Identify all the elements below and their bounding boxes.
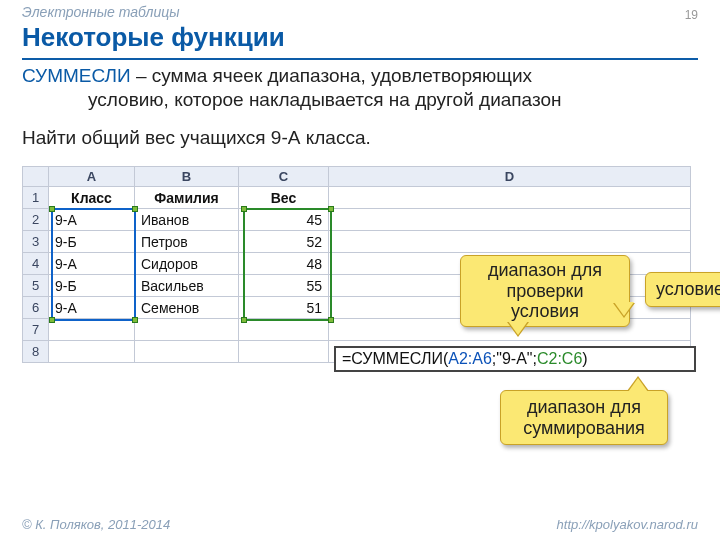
formula-range2: C2:C6 bbox=[537, 350, 582, 368]
row-header[interactable]: 2 bbox=[23, 209, 49, 231]
callout-line: проверки bbox=[506, 281, 583, 301]
callout-line: условие bbox=[656, 279, 720, 299]
data-cell[interactable]: 52 bbox=[239, 231, 329, 253]
data-cell[interactable]: 9-Б bbox=[49, 275, 135, 297]
task-text: Найти общий вес учащихся 9-А класса. bbox=[22, 126, 698, 150]
col-header-b[interactable]: B bbox=[135, 167, 239, 187]
formula-sep: "; bbox=[527, 350, 537, 368]
footer-copyright: © К. Поляков, 2011-2014 bbox=[22, 517, 170, 532]
data-cell[interactable]: Сидоров bbox=[135, 253, 239, 275]
col-header-d[interactable]: D bbox=[329, 167, 691, 187]
row-header[interactable]: 3 bbox=[23, 231, 49, 253]
row-header[interactable]: 1 bbox=[23, 187, 49, 209]
formula-cell[interactable]: =СУММЕСЛИ(A2:A6;"9-А";C2:C6) bbox=[334, 346, 696, 372]
callout-line: условия bbox=[511, 301, 579, 321]
header-cell-weight[interactable]: Вес bbox=[239, 187, 329, 209]
corner-cell[interactable] bbox=[23, 167, 49, 187]
empty-cell[interactable] bbox=[239, 319, 329, 341]
callout-line: диапазон для bbox=[527, 397, 641, 417]
empty-cell[interactable] bbox=[49, 319, 135, 341]
formula-sep: ;" bbox=[492, 350, 502, 368]
data-cell[interactable]: Семенов bbox=[135, 297, 239, 319]
page-number: 19 bbox=[685, 8, 698, 22]
col-header-a[interactable]: A bbox=[49, 167, 135, 187]
row-header[interactable]: 4 bbox=[23, 253, 49, 275]
callout-line: суммирования bbox=[523, 418, 645, 438]
formula-close: ) bbox=[582, 350, 587, 368]
data-cell[interactable]: 48 bbox=[239, 253, 329, 275]
data-cell[interactable]: 9-А bbox=[49, 209, 135, 231]
function-name: СУММЕСЛИ bbox=[22, 65, 131, 86]
row-header[interactable]: 7 bbox=[23, 319, 49, 341]
data-cell[interactable]: Иванов bbox=[135, 209, 239, 231]
empty-cell[interactable] bbox=[49, 341, 135, 363]
data-cell[interactable]: Петров bbox=[135, 231, 239, 253]
callout-range-sum: диапазон для суммирования bbox=[500, 390, 668, 445]
section-label: Электронные таблицы bbox=[22, 4, 179, 20]
callout-tail bbox=[614, 302, 634, 316]
callout-tail bbox=[508, 321, 528, 335]
header-cell-class[interactable]: Класс bbox=[49, 187, 135, 209]
row-header[interactable]: 8 bbox=[23, 341, 49, 363]
data-cell[interactable]: 9-А bbox=[49, 253, 135, 275]
formula-fn: СУММЕСЛИ( bbox=[351, 350, 448, 368]
page-title: Некоторые функции bbox=[22, 22, 285, 53]
callout-tail bbox=[628, 378, 648, 392]
definition-text: СУММЕСЛИ – сумма ячеек диапазона, удовле… bbox=[22, 64, 698, 112]
data-cell[interactable]: 45 bbox=[239, 209, 329, 231]
callout-line: диапазон для bbox=[488, 260, 602, 280]
empty-cell[interactable] bbox=[329, 209, 691, 231]
callout-criteria: условие bbox=[645, 272, 720, 307]
callout-range-check: диапазон для проверки условия bbox=[460, 255, 630, 327]
definition-line1: – сумма ячеек диапазона, удовлетворяющих bbox=[131, 65, 532, 86]
data-cell[interactable]: 9-Б bbox=[49, 231, 135, 253]
definition-line2: условию, которое накладывается на другой… bbox=[88, 88, 698, 112]
empty-cell[interactable] bbox=[135, 319, 239, 341]
data-cell[interactable]: Васильев bbox=[135, 275, 239, 297]
empty-cell[interactable] bbox=[329, 187, 691, 209]
data-cell[interactable]: 51 bbox=[239, 297, 329, 319]
data-cell[interactable]: 9-А bbox=[49, 297, 135, 319]
row-header[interactable]: 5 bbox=[23, 275, 49, 297]
empty-cell[interactable] bbox=[135, 341, 239, 363]
empty-cell[interactable] bbox=[329, 231, 691, 253]
formula-criteria: 9-А bbox=[502, 350, 527, 368]
formula-range1: A2:A6 bbox=[448, 350, 492, 368]
formula-eq: = bbox=[342, 350, 351, 368]
col-header-c[interactable]: C bbox=[239, 167, 329, 187]
header-cell-surname[interactable]: Фамилия bbox=[135, 187, 239, 209]
title-divider bbox=[22, 58, 698, 60]
empty-cell[interactable] bbox=[239, 341, 329, 363]
row-header[interactable]: 6 bbox=[23, 297, 49, 319]
data-cell[interactable]: 55 bbox=[239, 275, 329, 297]
footer-url: http://kpolyakov.narod.ru bbox=[557, 517, 698, 532]
